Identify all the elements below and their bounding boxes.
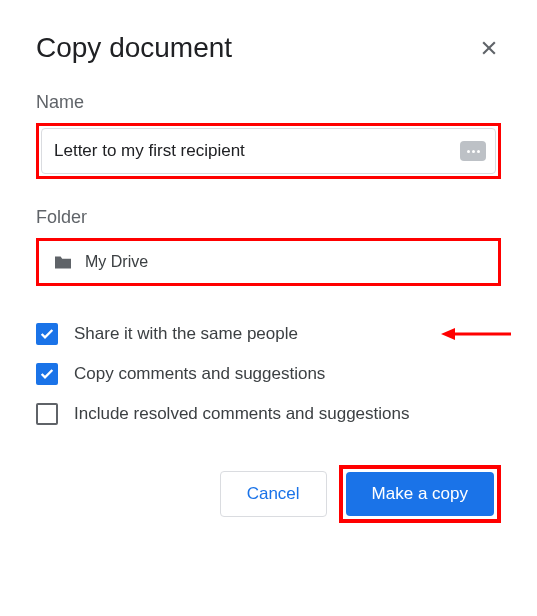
- button-row: Cancel Make a copy: [36, 465, 501, 523]
- comments-checkbox-label: Copy comments and suggestions: [74, 362, 325, 386]
- checkbox-row-resolved: Include resolved comments and suggestion…: [36, 402, 501, 426]
- folder-picker[interactable]: My Drive: [41, 243, 496, 281]
- primary-button-highlight: Make a copy: [339, 465, 501, 523]
- check-icon: [39, 326, 55, 342]
- copy-document-dialog: Copy document Name Folder My Drive: [0, 0, 537, 555]
- share-checkbox[interactable]: [36, 323, 58, 345]
- folder-field-label: Folder: [36, 207, 501, 228]
- close-icon: [479, 38, 499, 58]
- folder-icon: [53, 254, 73, 270]
- resolved-checkbox[interactable]: [36, 403, 58, 425]
- check-icon: [39, 366, 55, 382]
- ellipsis-icon: [460, 141, 486, 161]
- comments-checkbox[interactable]: [36, 363, 58, 385]
- name-field-label: Name: [36, 92, 501, 113]
- cancel-button[interactable]: Cancel: [220, 471, 327, 517]
- dialog-title: Copy document: [36, 32, 232, 64]
- make-copy-button[interactable]: Make a copy: [346, 472, 494, 516]
- checkbox-row-share: Share it with the same people: [36, 322, 501, 346]
- folder-name: My Drive: [85, 253, 148, 271]
- arrow-icon: [441, 324, 511, 344]
- share-checkbox-label: Share it with the same people: [74, 322, 298, 346]
- resolved-checkbox-label: Include resolved comments and suggestion…: [74, 402, 409, 426]
- close-button[interactable]: [477, 36, 501, 60]
- checkbox-list: Share it with the same people Copy comme…: [36, 322, 501, 425]
- checkbox-row-comments: Copy comments and suggestions: [36, 362, 501, 386]
- dialog-header: Copy document: [36, 32, 501, 64]
- svg-marker-3: [441, 328, 455, 340]
- folder-row-highlight: My Drive: [36, 238, 501, 286]
- name-input-highlight: [36, 123, 501, 179]
- name-input[interactable]: [41, 128, 496, 174]
